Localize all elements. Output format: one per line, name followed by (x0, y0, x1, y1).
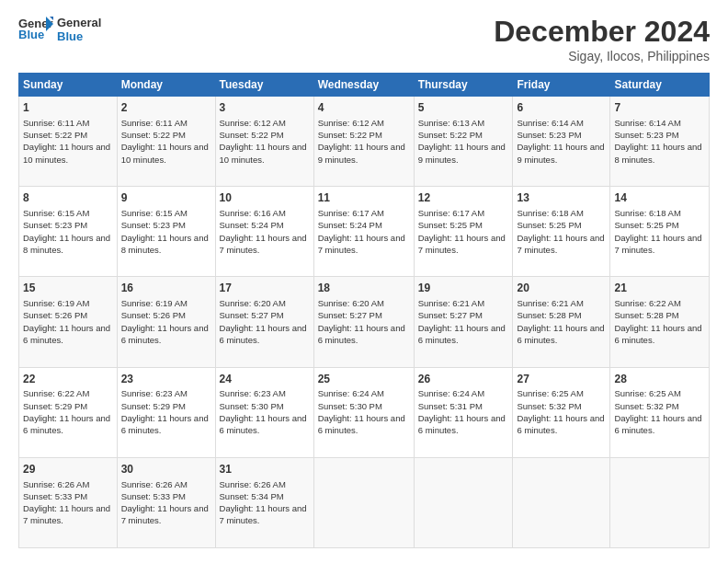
day-number: 7 (614, 100, 705, 116)
calendar-cell (513, 457, 610, 547)
calendar-cell: 15Sunrise: 6:19 AMSunset: 5:26 PMDayligh… (19, 277, 118, 367)
header-monday: Monday (117, 74, 215, 97)
week-row-3: 15Sunrise: 6:19 AMSunset: 5:26 PMDayligh… (19, 277, 710, 367)
day-number: 18 (318, 281, 410, 296)
calendar-cell: 29Sunrise: 6:26 AMSunset: 5:33 PMDayligh… (19, 457, 118, 547)
calendar-cell: 8Sunrise: 6:15 AMSunset: 5:23 PMDaylight… (19, 187, 118, 277)
day-number: 12 (418, 190, 509, 206)
calendar-cell: 23Sunrise: 6:23 AMSunset: 5:29 PMDayligh… (117, 367, 215, 457)
calendar-cell: 7Sunrise: 6:14 AMSunset: 5:23 PMDaylight… (610, 97, 710, 187)
day-number: 24 (220, 372, 310, 387)
calendar-cell: 17Sunrise: 6:20 AMSunset: 5:27 PMDayligh… (215, 277, 313, 367)
day-number: 28 (614, 372, 705, 387)
title-section: December 2024 Sigay, Ilocos, Philippines (494, 15, 710, 63)
calendar-cell (313, 457, 414, 547)
calendar-cell: 25Sunrise: 6:24 AMSunset: 5:30 PMDayligh… (313, 367, 414, 457)
day-number: 30 (121, 462, 211, 477)
calendar-cell: 9Sunrise: 6:15 AMSunset: 5:23 PMDaylight… (117, 187, 215, 277)
day-number: 8 (23, 190, 113, 206)
calendar-cell: 10Sunrise: 6:16 AMSunset: 5:24 PMDayligh… (215, 187, 313, 277)
day-number: 26 (418, 372, 509, 387)
calendar-cell: 1Sunrise: 6:11 AMSunset: 5:22 PMDaylight… (19, 97, 118, 187)
page-header: General Blue General Blue December 2024 … (18, 15, 710, 63)
calendar-cell: 6Sunrise: 6:14 AMSunset: 5:23 PMDaylight… (513, 97, 610, 187)
header-sunday: Sunday (19, 74, 118, 97)
day-number: 10 (220, 190, 310, 206)
day-number: 6 (517, 100, 606, 116)
day-number: 5 (418, 100, 509, 116)
day-number: 23 (121, 372, 211, 387)
day-number: 2 (121, 100, 211, 116)
month-title: December 2024 (494, 15, 710, 49)
day-number: 27 (517, 372, 606, 387)
calendar-cell: 31Sunrise: 6:26 AMSunset: 5:34 PMDayligh… (215, 457, 313, 547)
day-number: 31 (220, 462, 310, 477)
calendar-cell: 4Sunrise: 6:12 AMSunset: 5:22 PMDaylight… (313, 97, 414, 187)
day-number: 20 (517, 281, 606, 296)
header-saturday: Saturday (610, 74, 710, 97)
header-thursday: Thursday (414, 74, 513, 97)
day-number: 29 (23, 462, 113, 477)
header-tuesday: Tuesday (215, 74, 313, 97)
header-wednesday: Wednesday (313, 74, 414, 97)
logo: General Blue General Blue (18, 15, 101, 44)
day-number: 21 (614, 281, 705, 296)
day-number: 16 (121, 281, 211, 296)
calendar-cell (414, 457, 513, 547)
day-number: 9 (121, 190, 211, 206)
calendar-cell: 28Sunrise: 6:25 AMSunset: 5:32 PMDayligh… (610, 367, 710, 457)
day-number: 22 (23, 372, 113, 387)
day-number: 1 (23, 100, 113, 116)
calendar-cell: 18Sunrise: 6:20 AMSunset: 5:27 PMDayligh… (313, 277, 414, 367)
calendar-cell: 13Sunrise: 6:18 AMSunset: 5:25 PMDayligh… (513, 187, 610, 277)
day-number: 3 (220, 100, 310, 116)
calendar-cell: 11Sunrise: 6:17 AMSunset: 5:24 PMDayligh… (313, 187, 414, 277)
calendar-cell: 30Sunrise: 6:26 AMSunset: 5:33 PMDayligh… (117, 457, 215, 547)
logo-icon: General Blue (18, 15, 53, 44)
week-row-1: 1Sunrise: 6:11 AMSunset: 5:22 PMDaylight… (19, 97, 710, 187)
header-row: Sunday Monday Tuesday Wednesday Thursday… (19, 74, 710, 97)
day-number: 14 (614, 190, 705, 206)
location: Sigay, Ilocos, Philippines (494, 49, 710, 63)
calendar-cell: 20Sunrise: 6:21 AMSunset: 5:28 PMDayligh… (513, 277, 610, 367)
calendar-cell: 12Sunrise: 6:17 AMSunset: 5:25 PMDayligh… (414, 187, 513, 277)
day-number: 13 (517, 190, 606, 206)
svg-text:Blue: Blue (18, 28, 44, 41)
logo-general: General (57, 16, 101, 29)
calendar-cell: 14Sunrise: 6:18 AMSunset: 5:25 PMDayligh… (610, 187, 710, 277)
day-number: 19 (418, 281, 509, 296)
calendar-cell: 21Sunrise: 6:22 AMSunset: 5:28 PMDayligh… (610, 277, 710, 367)
calendar-cell: 22Sunrise: 6:22 AMSunset: 5:29 PMDayligh… (19, 367, 118, 457)
week-row-4: 22Sunrise: 6:22 AMSunset: 5:29 PMDayligh… (19, 367, 710, 457)
calendar-cell: 24Sunrise: 6:23 AMSunset: 5:30 PMDayligh… (215, 367, 313, 457)
calendar-cell: 19Sunrise: 6:21 AMSunset: 5:27 PMDayligh… (414, 277, 513, 367)
week-row-2: 8Sunrise: 6:15 AMSunset: 5:23 PMDaylight… (19, 187, 710, 277)
day-number: 11 (318, 190, 410, 206)
calendar-table: Sunday Monday Tuesday Wednesday Thursday… (18, 73, 710, 548)
calendar-cell: 16Sunrise: 6:19 AMSunset: 5:26 PMDayligh… (117, 277, 215, 367)
calendar-cell: 2Sunrise: 6:11 AMSunset: 5:22 PMDaylight… (117, 97, 215, 187)
calendar-cell: 26Sunrise: 6:24 AMSunset: 5:31 PMDayligh… (414, 367, 513, 457)
calendar-cell: 5Sunrise: 6:13 AMSunset: 5:22 PMDaylight… (414, 97, 513, 187)
week-row-5: 29Sunrise: 6:26 AMSunset: 5:33 PMDayligh… (19, 457, 710, 547)
day-number: 4 (318, 100, 410, 116)
header-friday: Friday (513, 74, 610, 97)
calendar-cell (610, 457, 710, 547)
day-number: 17 (220, 281, 310, 296)
calendar-cell: 3Sunrise: 6:12 AMSunset: 5:22 PMDaylight… (215, 97, 313, 187)
calendar-cell: 27Sunrise: 6:25 AMSunset: 5:32 PMDayligh… (513, 367, 610, 457)
logo-blue: Blue (57, 29, 101, 43)
day-number: 15 (23, 281, 113, 296)
day-number: 25 (318, 372, 410, 387)
